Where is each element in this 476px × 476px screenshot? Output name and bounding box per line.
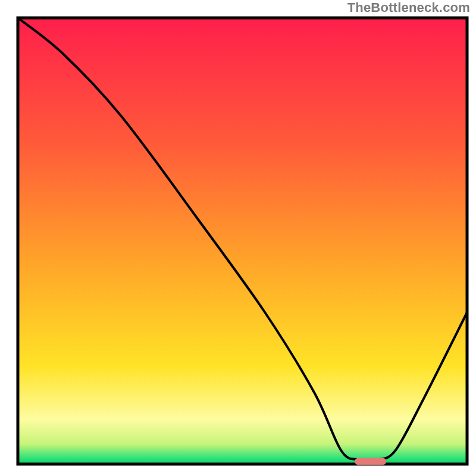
gradient-background [18,18,467,464]
plot-area [18,18,467,465]
bottleneck-chart [0,0,476,476]
optimal-range-marker [355,458,386,465]
chart-frame: TheBottleneck.com [0,0,476,476]
